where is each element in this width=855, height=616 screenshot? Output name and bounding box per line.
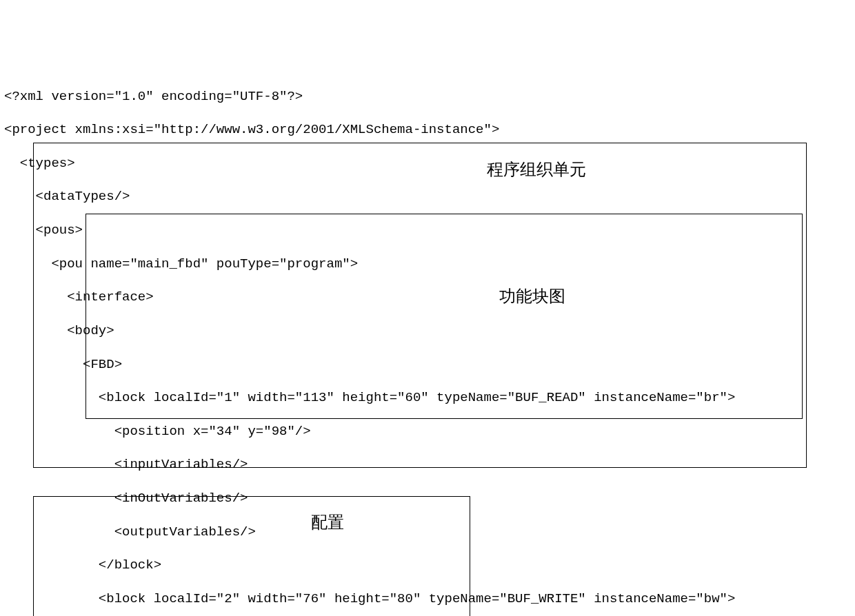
annotation-config: 配置 <box>311 512 344 533</box>
xml-code-block: <?xml version="1.0" encoding="UTF-8"?> <… <box>4 71 851 616</box>
config-box <box>33 496 470 616</box>
line-project-open: <project xmlns:xsi="http://www.w3.org/20… <box>4 122 499 137</box>
fbd-box <box>86 214 803 419</box>
annotation-fbd: 功能块图 <box>499 286 565 307</box>
annotation-pou: 程序组织单元 <box>487 159 586 181</box>
line-xml-decl: <?xml version="1.0" encoding="UTF-8"?> <box>4 89 303 104</box>
